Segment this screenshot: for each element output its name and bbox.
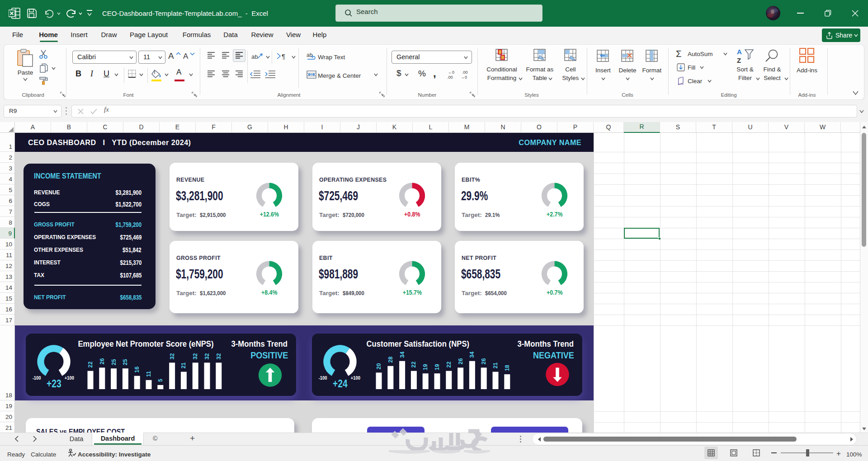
svg-text:¶: ¶ bbox=[282, 52, 285, 60]
svg-text:.00: .00 bbox=[447, 75, 453, 80]
svg-text:.00: .00 bbox=[462, 70, 468, 75]
svg-text:←0: ←0 bbox=[448, 70, 454, 75]
svg-text:A: A bbox=[737, 48, 742, 56]
svg-text:Z: Z bbox=[737, 56, 741, 64]
svg-text:ab: ab bbox=[307, 52, 313, 58]
svg-text:ab: ab bbox=[251, 53, 258, 60]
svg-text:→0: →0 bbox=[461, 75, 467, 80]
